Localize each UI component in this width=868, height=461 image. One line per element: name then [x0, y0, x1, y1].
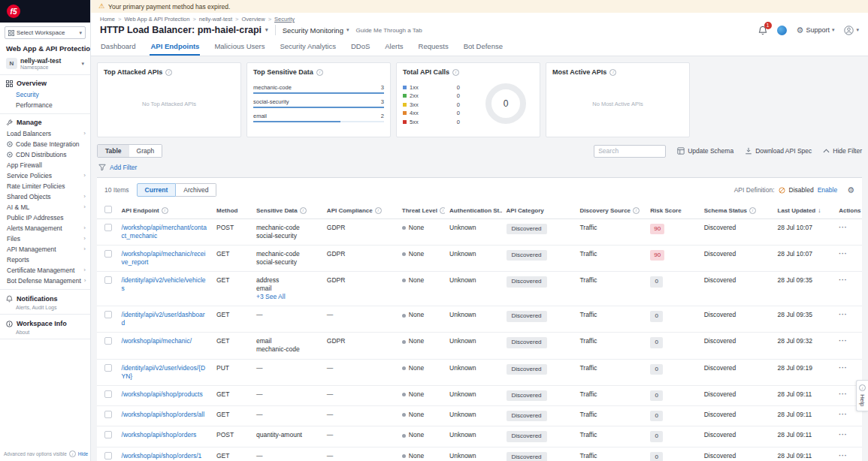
tab-ddos[interactable]: DDoS	[350, 39, 370, 56]
col-api-compliance[interactable]: API Compliancei	[322, 202, 398, 219]
col-method[interactable]: Method	[212, 202, 252, 219]
endpoint-link[interactable]: /identity/api/v2/vehicle/vehicles	[122, 276, 206, 292]
col-schema-status[interactable]: Schema Statusi	[700, 202, 773, 219]
col-authentication-st[interactable]: Authentication St...	[445, 202, 501, 219]
tab-bot-defense[interactable]: Bot Defense	[463, 39, 504, 56]
tab-dashboard[interactable]: Dashboard	[100, 39, 136, 56]
help-tab[interactable]: i Help	[856, 380, 868, 411]
sidebar-item-public-ip-addresses[interactable]: Public IP Addresses	[0, 212, 90, 223]
breadcrumb-home[interactable]: Home	[100, 16, 115, 23]
col-api-category[interactable]: API Category	[502, 202, 576, 219]
info-icon[interactable]: i	[452, 69, 459, 76]
select-all-checkbox[interactable]	[104, 206, 112, 213]
row-actions-button[interactable]: ···	[839, 364, 848, 372]
guide-me-link[interactable]: Guide Me Through a Tab	[355, 27, 422, 34]
row-checkbox[interactable]	[104, 452, 112, 459]
page-title[interactable]: HTTP Load Balancer: pm-haiel-crapi ▾	[100, 25, 268, 35]
endpoint-link[interactable]: /workshop/api/shop/orders/1	[122, 452, 202, 459]
sidebar-item-ai-ml[interactable]: AI & ML›	[0, 202, 90, 212]
row-checkbox[interactable]	[104, 276, 112, 284]
row-actions-button[interactable]: ···	[839, 311, 848, 318]
f5-logo[interactable]: f5	[7, 5, 20, 18]
tab-security-analytics[interactable]: Security Analytics	[279, 39, 336, 56]
breadcrumb-overview[interactable]: Overview	[241, 16, 265, 23]
update-schema-button[interactable]: Update Schema	[677, 147, 733, 155]
tab-malicious-users[interactable]: Malicious Users	[213, 39, 265, 56]
endpoint-link[interactable]: /identity/api/v2/user/dashboard	[122, 311, 205, 327]
endpoint-link[interactable]: /workshop/api/shop/products	[122, 390, 203, 398]
breadcrumb-web-app-api-protection[interactable]: Web App & API Protection	[124, 16, 189, 23]
row-checkbox[interactable]	[104, 337, 112, 345]
col-risk-score[interactable]: Risk Score	[646, 202, 699, 219]
info-icon[interactable]: i	[69, 450, 76, 457]
download-api-spec-button[interactable]: Download API Spec	[745, 147, 812, 155]
sidebar-section-head-notifications[interactable]: Notifications	[0, 293, 90, 305]
row-checkbox[interactable]	[104, 250, 112, 258]
hide-nav-link[interactable]: Hide	[78, 451, 88, 456]
sort-desc-icon[interactable]: ↓	[818, 207, 821, 214]
archive-toggle-current[interactable]: Current	[137, 183, 177, 197]
sidebar-section-head-workspace-info[interactable]: Workspace Info	[0, 318, 90, 330]
row-actions-button[interactable]: ···	[839, 411, 848, 418]
col-last-updated[interactable]: Last Updated↓	[773, 202, 835, 219]
col-threat-level[interactable]: Threat Leveli	[398, 202, 445, 219]
endpoint-link[interactable]: /identity/api/v2/user/videos/{DYN}	[122, 364, 206, 380]
info-icon[interactable]: i	[375, 207, 382, 214]
info-icon[interactable]: i	[633, 207, 640, 214]
sidebar-item-shared-objects[interactable]: Shared Objects›	[0, 191, 90, 202]
info-icon[interactable]: i	[300, 207, 307, 214]
row-checkbox[interactable]	[104, 224, 112, 231]
sidebar-section-head-overview[interactable]: Overview	[0, 77, 90, 89]
col-sensitive-data[interactable]: Sensitive Datai	[252, 202, 322, 219]
endpoint-link[interactable]: /workshop/api/mechanic/receive_report	[122, 250, 206, 266]
tab-alerts[interactable]: Alerts	[384, 39, 404, 56]
sidebar-item-service-policies[interactable]: Service Policies›	[0, 170, 90, 181]
row-checkbox[interactable]	[104, 431, 112, 438]
endpoint-link[interactable]: /workshop/api/mechanic/	[122, 337, 192, 345]
breadcrumb-nelly-waf-test[interactable]: nelly-waf-test	[199, 16, 232, 23]
table-settings-gear-icon[interactable]: ⚙	[847, 186, 854, 194]
info-icon[interactable]: i	[316, 69, 323, 76]
row-actions-button[interactable]: ···	[839, 276, 848, 284]
sidebar-section-notifications[interactable]: NotificationsAlerts, Audit Logs	[0, 290, 90, 315]
user-menu[interactable]: ▾	[844, 26, 859, 35]
row-actions-button[interactable]: ···	[839, 250, 848, 258]
sidebar-item-certificate-management[interactable]: Certificate Management›	[0, 265, 90, 276]
sidebar-item-bot-defense-management[interactable]: Bot Defense Management›	[0, 276, 90, 286]
endpoint-link[interactable]: /workshop/api/shop/orders	[122, 431, 197, 438]
sidebar-item-api-management[interactable]: API Management›	[0, 244, 90, 255]
sidebar-section-workspace-info[interactable]: Workspace InfoAbout	[0, 315, 90, 339]
col-actions[interactable]: Actions	[834, 202, 862, 219]
view-toggle-table[interactable]: Table	[98, 145, 129, 157]
sidebar-item-files[interactable]: Files›	[0, 234, 90, 244]
workspace-selector[interactable]: Select Workspace ▾	[5, 26, 86, 39]
row-checkbox[interactable]	[104, 311, 112, 318]
monitoring-select[interactable]: Security Monitoring ▾	[283, 26, 349, 35]
view-toggle-graph[interactable]: Graph	[129, 145, 162, 157]
row-actions-button[interactable]: ···	[839, 337, 848, 345]
tab-api-endpoints[interactable]: API Endpoints	[150, 39, 200, 56]
row-checkbox[interactable]	[104, 364, 112, 372]
notifications-button[interactable]: 1	[758, 26, 767, 35]
add-filter-button[interactable]: Add Filter	[97, 158, 862, 178]
sidebar-item-code-base-integration[interactable]: Code Base Integration	[0, 139, 90, 149]
sidebar-item-app-firewall[interactable]: App Firewall	[0, 160, 90, 170]
col-discovery-source[interactable]: Discovery Sourcei	[575, 202, 646, 219]
tab-requests[interactable]: Requests	[418, 39, 449, 56]
sidebar-item-performance[interactable]: Performance	[0, 100, 90, 110]
endpoint-link[interactable]: /workshop/api/merchant/contact_mechanic	[122, 224, 207, 240]
row-checkbox[interactable]	[104, 390, 112, 398]
row-actions-button[interactable]: ···	[839, 224, 848, 231]
row-actions-button[interactable]: ···	[839, 452, 848, 459]
row-checkbox[interactable]	[104, 411, 112, 418]
col-api-endpoint[interactable]: API Endpointi	[117, 202, 212, 219]
sidebar-item-security[interactable]: Security	[0, 89, 90, 100]
sidebar-item-cdn-distributions[interactable]: CDN Distributions	[0, 149, 90, 160]
distributed-cloud-button[interactable]	[777, 26, 787, 35]
endpoint-link[interactable]: /workshop/api/shop/orders/all	[122, 411, 205, 418]
enable-api-definition-link[interactable]: Enable	[818, 186, 837, 194]
breadcrumb-security[interactable]: Security	[274, 16, 295, 23]
search-input[interactable]	[594, 145, 666, 158]
archive-toggle-archived[interactable]: Archived	[176, 183, 216, 197]
info-icon[interactable]: i	[162, 207, 168, 214]
